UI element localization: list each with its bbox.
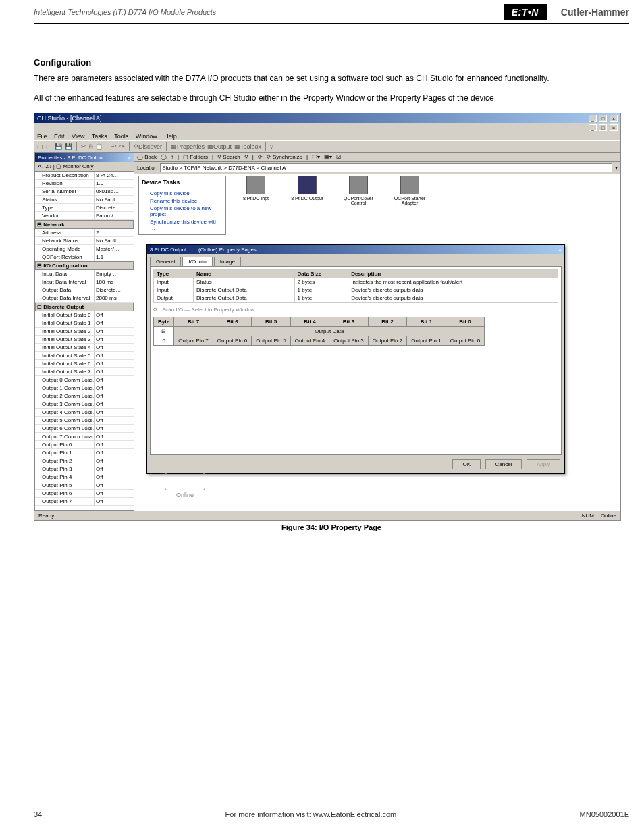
back-button[interactable]: ◯ Back — [137, 154, 157, 160]
property-category[interactable]: ⊟ Network — [35, 220, 134, 229]
property-row[interactable]: Input DataEmpty … — [35, 270, 134, 278]
property-value[interactable]: Off — [95, 319, 134, 327]
property-row[interactable]: VendorEaton / … — [35, 212, 134, 220]
property-value[interactable]: 2 — [95, 229, 134, 236]
property-row[interactable]: Initial Output State 0Off — [35, 311, 134, 319]
property-value[interactable]: 0x0186… — [95, 188, 134, 195]
mdi-close-icon[interactable]: × — [610, 124, 618, 131]
property-category[interactable]: ⊟ I/O Configuration — [35, 261, 134, 270]
menu-window[interactable]: Window — [136, 133, 157, 140]
refresh-icon[interactable]: ⟳ — [258, 154, 263, 160]
layout-dropdown[interactable]: ▦▾ — [324, 154, 332, 160]
property-row[interactable]: Initial Output State 2Off — [35, 328, 134, 336]
tab-general[interactable]: General — [150, 257, 181, 266]
task-copy-new[interactable]: Copy this device to a new project — [142, 205, 223, 218]
toolbar-discover[interactable]: ⚲Discover — [134, 143, 162, 150]
toolbar-cut-icon[interactable]: ✂ — [81, 143, 86, 150]
toolbar-paste-icon[interactable]: 📋 — [95, 143, 103, 150]
device-8pt-dc-input[interactable]: 8 Pt DC Inpt — [236, 176, 276, 205]
property-value[interactable]: Discrete… — [95, 204, 134, 211]
menu-view[interactable]: View — [72, 133, 84, 140]
property-value[interactable]: Off — [95, 352, 134, 359]
property-value[interactable]: Off — [95, 425, 134, 432]
property-row[interactable]: Output Pin 3Off — [35, 465, 134, 473]
toolbar-saveall-icon[interactable]: 💾 — [65, 143, 72, 150]
property-value[interactable]: Off — [95, 409, 134, 416]
location-input[interactable] — [160, 163, 612, 172]
property-value[interactable]: Off — [95, 360, 134, 367]
property-value[interactable]: Off — [95, 392, 134, 400]
device-qcport-starter[interactable]: QCPort Starter Adapter — [390, 176, 430, 205]
property-value[interactable]: Discrete… — [95, 286, 134, 294]
property-row[interactable]: Network StatusNo Fault — [35, 237, 134, 245]
task-copy[interactable]: Copy this device — [142, 190, 223, 197]
property-row[interactable]: Address2 — [35, 229, 134, 237]
property-value[interactable]: Off — [95, 473, 134, 481]
menu-edit[interactable]: Edit — [54, 133, 65, 140]
property-row[interactable]: Output 2 Comm Loss…Off — [35, 392, 134, 400]
property-value[interactable]: Off — [95, 481, 134, 489]
toolbar-save-icon[interactable]: 💾 — [55, 143, 62, 150]
task-rename[interactable]: Rename this device — [142, 197, 223, 205]
io-row[interactable]: InputStatus2 bytesIndicates the most rec… — [154, 278, 558, 286]
property-value[interactable]: Off — [95, 376, 134, 384]
property-row[interactable]: Revision1.0 — [35, 180, 134, 188]
property-row[interactable]: Output 3 Comm Loss…Off — [35, 400, 134, 409]
property-value[interactable]: 1.0 — [95, 180, 134, 187]
toolbar-open-icon[interactable]: ▢ — [46, 143, 52, 150]
property-row[interactable]: Output 1 Comm Loss…Off — [35, 384, 134, 392]
synchronize-button[interactable]: ⟳ Synchronize — [267, 154, 302, 160]
property-value[interactable]: Off — [95, 417, 134, 424]
menu-tools[interactable]: Tools — [114, 133, 128, 140]
property-value[interactable]: Off — [95, 498, 134, 505]
property-row[interactable]: Product Description8 Pt 24… — [35, 172, 134, 180]
property-row[interactable]: Output Pin 0Off — [35, 441, 134, 449]
property-value[interactable]: No Faul… — [95, 196, 134, 203]
property-row[interactable]: Operating ModeMaster/… — [35, 245, 134, 253]
property-value[interactable]: Eaton / … — [95, 212, 134, 219]
property-value[interactable]: No Fault — [95, 237, 134, 244]
property-row[interactable]: Output 5 Comm Loss…Off — [35, 417, 134, 425]
toolbar-toolbox[interactable]: ▦Toolbox — [234, 143, 261, 150]
property-value[interactable]: 1.1 — [95, 253, 134, 261]
tab-image[interactable]: Image — [214, 257, 241, 266]
maximize-icon[interactable]: □ — [599, 115, 607, 122]
property-row[interactable]: Output 7 Comm Loss…Off — [35, 433, 134, 441]
property-value[interactable]: 8 Pt 24… — [95, 172, 134, 179]
location-dropdown-icon[interactable]: ▾ — [615, 165, 618, 171]
property-row[interactable]: Output Pin 4Off — [35, 473, 134, 481]
property-category[interactable]: ⊟ Discrete Output — [35, 303, 134, 311]
fwd-button[interactable]: ◯ — [161, 154, 167, 160]
tab-io-info[interactable]: I/O Info — [182, 257, 212, 266]
property-row[interactable]: Serial Number0x0186… — [35, 188, 134, 196]
property-row[interactable]: Output Pin 1Off — [35, 449, 134, 457]
property-value[interactable]: Master/… — [95, 245, 134, 253]
toolbar-new-icon[interactable]: ▢ — [37, 143, 43, 150]
search-icon[interactable]: ⚲ — [244, 154, 248, 160]
up-icon[interactable]: ↑ — [171, 154, 173, 160]
property-row[interactable]: Output Pin 5Off — [35, 481, 134, 490]
property-row[interactable]: Initial Output State 3Off — [35, 336, 134, 344]
properties-close-icon[interactable]: × — [128, 155, 131, 161]
property-row[interactable]: Output 4 Comm Loss…Off — [35, 409, 134, 417]
property-row[interactable]: Output Pin 2Off — [35, 457, 134, 465]
folders-button[interactable]: ▢ Folders — [183, 154, 208, 160]
property-value[interactable]: Empty … — [95, 270, 134, 278]
property-row[interactable]: Output Pin 6Off — [35, 490, 134, 498]
property-value[interactable]: Off — [95, 490, 134, 497]
property-value[interactable]: Off — [95, 336, 134, 343]
cancel-button[interactable]: Cancel — [485, 459, 522, 469]
ok-button[interactable]: OK — [452, 459, 481, 469]
property-value[interactable]: Off — [95, 368, 134, 375]
property-value[interactable]: Off — [95, 433, 134, 440]
view-dropdown[interactable]: ⬚▾ — [312, 154, 320, 160]
property-row[interactable]: Initial Output State 7Off — [35, 368, 134, 376]
toolbar-copy-icon[interactable]: ⎘ — [89, 143, 92, 150]
property-row[interactable]: StatusNo Faul… — [35, 196, 134, 204]
menu-help[interactable]: Help — [164, 133, 177, 140]
property-value[interactable]: 100 ms — [95, 278, 134, 286]
property-row[interactable]: Output Pin 7Off — [35, 498, 134, 506]
io-row[interactable]: OutputDiscrete Output Data1 byteDevice's… — [154, 294, 558, 302]
property-value[interactable]: Off — [95, 328, 134, 335]
toolbar-help-icon[interactable]: ? — [270, 143, 273, 150]
